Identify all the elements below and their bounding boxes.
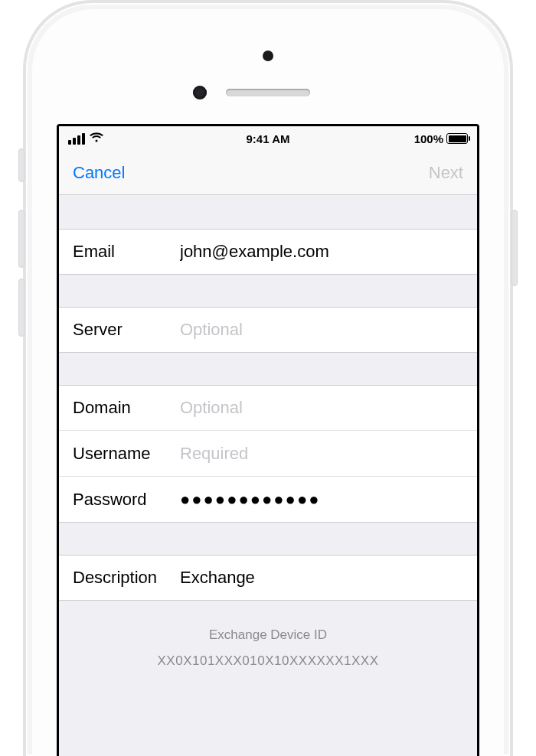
screen: 9:41 AM 100% Cancel Next Email <box>57 124 479 756</box>
server-group: Server <box>59 307 477 353</box>
volume-up-button <box>18 210 25 268</box>
form-content: Email Server Domain <box>59 195 477 756</box>
domain-row[interactable]: Domain <box>59 385 477 431</box>
server-field[interactable] <box>180 320 463 340</box>
password-row[interactable]: Password ●●●●●●●●●●●● <box>59 477 477 523</box>
password-field[interactable]: ●●●●●●●●●●●● <box>180 490 320 510</box>
wifi-icon <box>90 132 103 145</box>
device-id-footer: Exchange Device ID XX0X101XXX010X10XXXXX… <box>59 601 477 674</box>
power-button <box>511 210 518 286</box>
description-field[interactable] <box>180 568 463 588</box>
next-button[interactable]: Next <box>429 163 463 183</box>
email-row[interactable]: Email <box>59 229 477 275</box>
email-field[interactable] <box>180 242 463 262</box>
username-label: Username <box>73 444 180 464</box>
email-group: Email <box>59 229 477 275</box>
password-label: Password <box>73 490 180 510</box>
description-group: Description <box>59 555 477 601</box>
volume-down-button <box>18 279 25 337</box>
domain-label: Domain <box>73 398 180 418</box>
description-row[interactable]: Description <box>59 555 477 601</box>
front-camera <box>193 86 207 99</box>
mute-switch <box>18 148 25 182</box>
battery-percent: 100% <box>414 132 443 145</box>
device-id-value: XX0X101XXX010X10XXXXXX1XXX <box>59 648 477 674</box>
email-label: Email <box>73 242 180 262</box>
device-id-title: Exchange Device ID <box>59 622 477 648</box>
nav-bar: Cancel Next <box>59 151 477 195</box>
domain-field[interactable] <box>180 398 463 418</box>
server-row[interactable]: Server <box>59 307 477 353</box>
credentials-group: Domain Username Password ●●●●●●●●●●●● <box>59 385 477 523</box>
device-frame: 9:41 AM 100% Cancel Next Email <box>23 0 513 756</box>
username-field[interactable] <box>180 444 463 464</box>
proximity-sensor <box>263 51 273 61</box>
cancel-button[interactable]: Cancel <box>73 163 125 183</box>
status-bar: 9:41 AM 100% <box>59 126 477 151</box>
earpiece-speaker <box>226 89 310 96</box>
status-time: 9:41 AM <box>247 132 290 145</box>
battery-icon <box>446 133 468 144</box>
cellular-signal-icon <box>68 133 85 145</box>
server-label: Server <box>73 320 180 340</box>
description-label: Description <box>73 568 180 588</box>
username-row[interactable]: Username <box>59 431 477 477</box>
